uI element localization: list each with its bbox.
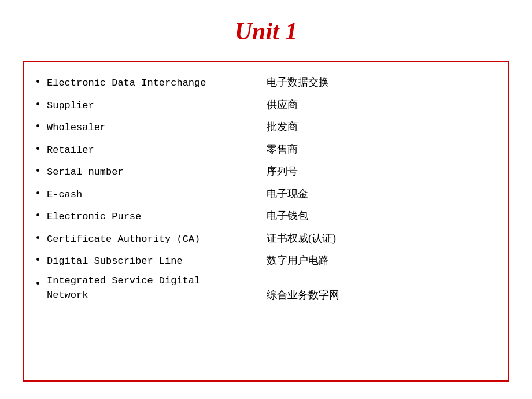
chinese-term: 批发商 [267, 119, 298, 135]
chinese-term: 序列号 [267, 164, 298, 179]
page-title: Unit 1 [23, 17, 509, 45]
english-term-line2: Network [47, 288, 261, 303]
english-term: E-cash [47, 187, 261, 202]
bullet-icon: • [36, 206, 40, 224]
list-item-multiline: • Integrated Service Digital Network 综合业… [36, 274, 490, 303]
english-term: Digital Subscriber Line [47, 254, 261, 269]
english-term: Electronic Data Interchange [47, 76, 261, 91]
list-item: • Electronic Purse 电子钱包 [36, 206, 490, 224]
chinese-term: 电子钱包 [267, 208, 308, 224]
bullet-icon: • [36, 140, 40, 157]
english-term: Electronic Purse [47, 209, 261, 224]
list-item: • Serial number 序列号 [36, 162, 490, 180]
list-item: • Electronic Data Interchange 电子数据交换 [36, 73, 490, 91]
english-term: Integrated Service Digital Network [47, 274, 261, 303]
list-item: • E-cash 电子现金 [36, 184, 490, 202]
english-term: Certificate Authority (CA) [47, 232, 261, 247]
english-term: Wholesaler [47, 120, 261, 135]
english-term: Retailer [47, 143, 261, 158]
chinese-term: 供应商 [267, 97, 298, 113]
list-item: • Certificate Authority (CA) 证书权威(认证) [36, 229, 490, 247]
list-item: • Wholesaler 批发商 [36, 117, 490, 135]
english-term-line1: Integrated Service Digital [47, 274, 261, 289]
chinese-term: 综合业务数字网 [267, 287, 339, 303]
chinese-term: 证书权威(认证) [267, 231, 336, 246]
list-item: • Retailer 零售商 [36, 140, 490, 158]
bullet-icon: • [36, 251, 40, 268]
bullet-icon: • [36, 184, 40, 202]
english-term: Supplier [47, 98, 261, 113]
bullet-icon: • [36, 73, 40, 90]
vocab-box: • Electronic Data Interchange 电子数据交换 • S… [23, 61, 509, 382]
bullet-icon: • [36, 117, 40, 135]
chinese-term: 数字用户电路 [267, 253, 329, 268]
bullet-icon: • [36, 95, 40, 113]
bullet-icon: • [36, 275, 40, 292]
english-term: Serial number [47, 165, 261, 180]
chinese-term: 电子数据交换 [267, 75, 329, 90]
vocab-list: • Electronic Data Interchange 电子数据交换 • S… [36, 73, 490, 303]
chinese-term: 电子现金 [267, 186, 308, 202]
list-item: • Digital Subscriber Line 数字用户电路 [36, 251, 490, 269]
chinese-term: 零售商 [267, 142, 298, 157]
bullet-icon: • [36, 229, 40, 246]
list-item: • Supplier 供应商 [36, 95, 490, 113]
bullet-icon: • [36, 162, 40, 179]
